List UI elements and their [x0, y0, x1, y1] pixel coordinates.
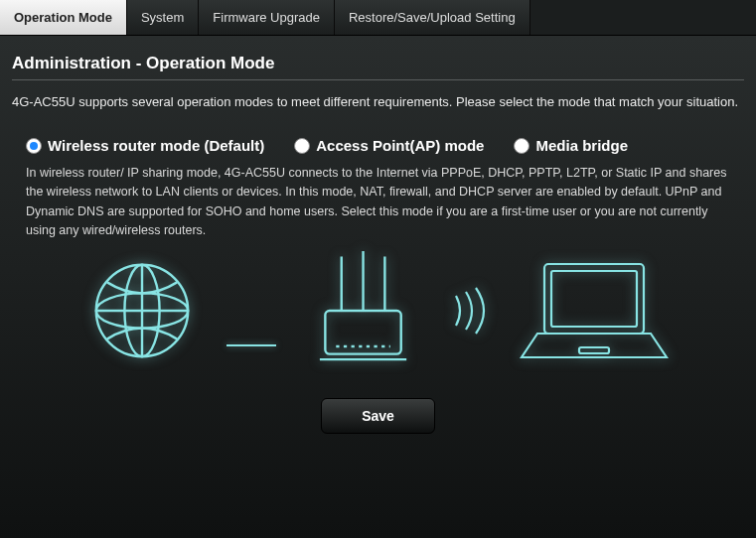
tab-bar: Operation Mode System Firmware Upgrade R… [0, 0, 756, 36]
save-row: Save [12, 398, 744, 434]
save-button[interactable]: Save [321, 398, 435, 434]
page-title: Administration - Operation Mode [12, 54, 744, 73]
svg-rect-11 [544, 264, 644, 334]
divider [12, 79, 744, 80]
router-icon [306, 251, 420, 370]
page-body: Administration - Operation Mode 4G-AC55U… [0, 36, 756, 444]
mode-wireless-router[interactable]: Wireless router mode (Default) [26, 137, 264, 154]
mode-media-bridge[interactable]: Media bridge [514, 137, 628, 154]
radio-icon [294, 138, 310, 154]
diagram [12, 251, 744, 370]
mode-radio-group: Wireless router mode (Default) Access Po… [12, 137, 744, 154]
tab-system[interactable]: System [127, 0, 199, 35]
wired-connection-icon [227, 344, 276, 346]
radio-icon [514, 138, 529, 154]
tab-restore-save-upload[interactable]: Restore/Save/Upload Setting [335, 0, 530, 35]
globe-icon [87, 256, 197, 365]
radio-icon [26, 138, 42, 154]
wifi-signal-icon [450, 286, 490, 336]
mode-label: Access Point(AP) mode [316, 137, 484, 154]
tab-firmware-upgrade[interactable]: Firmware Upgrade [199, 0, 335, 35]
mode-label: Wireless router mode (Default) [48, 137, 264, 154]
mode-label: Media bridge [535, 137, 628, 154]
tab-operation-mode[interactable]: Operation Mode [0, 0, 127, 35]
mode-description: In wireless router/ IP sharing mode, 4G-… [12, 164, 744, 241]
intro-text: 4G-AC55U supports several operation mode… [12, 94, 744, 109]
laptop-icon [520, 256, 669, 365]
svg-rect-13 [579, 347, 609, 353]
mode-access-point[interactable]: Access Point(AP) mode [294, 137, 484, 154]
svg-rect-12 [551, 271, 637, 327]
